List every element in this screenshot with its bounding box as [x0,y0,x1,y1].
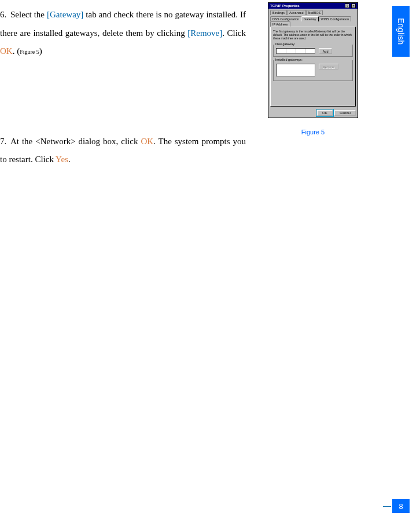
tab-wins[interactable]: WINS Configuration [319,16,352,21]
ok-ref-1: OK [0,46,13,56]
tab-row-1: Bindings Advanced NetBIOS [268,9,358,15]
tab-ip[interactable]: IP Address [270,21,290,27]
step-6-number: 6. [0,6,10,24]
installed-gateways-group: Installed gateways: Remove [273,60,353,81]
gateway-description: The first gateway in the Installed Gatew… [273,30,353,40]
tab-bindings[interactable]: Bindings [270,10,287,15]
language-tab: English [392,6,410,57]
new-gateway-group: New gateway: Add [273,45,353,57]
tcpip-properties-dialog: TCP/IP Properties ? × Bindings Advanced … [268,2,358,118]
tab-advanced[interactable]: Advanced [287,10,305,15]
installed-gateways-label: Installed gateways: [275,58,303,61]
remove-button[interactable]: Remove [319,64,338,69]
tab-dns[interactable]: DNS Configuration [270,16,301,21]
help-icon[interactable]: ? [345,3,349,8]
installed-gateways-list[interactable] [276,64,315,76]
close-icon[interactable]: × [351,3,356,8]
gateway-tab-ref: [Gateway] [47,10,83,19]
figure-caption: Figure 5 [268,129,358,136]
tab-row-2: DNS Configuration Gateway WINS Configura… [268,15,358,27]
figure-5: TCP/IP Properties ? × Bindings Advanced … [268,2,358,136]
page-number: 8 [392,499,410,513]
step-7: 7.At the <Network> dialog box, click OK.… [0,133,246,169]
dialog-title: TCP/IP Properties [270,4,300,8]
step-7-number: 7. [0,133,10,151]
remove-ref: [Remove] [187,28,222,38]
dialog-buttons: OK Cancel [268,108,358,118]
ok-ref-2: OK [141,137,153,146]
add-button[interactable]: Add [319,48,333,54]
dialog-titlebar: TCP/IP Properties ? × [268,3,358,9]
yes-ref: Yes [56,155,68,164]
gateway-tab-content: The first gateway in the Installed Gatew… [270,27,356,107]
new-gateway-label: New gateway: [275,42,296,46]
cancel-button[interactable]: Cancel [334,110,356,116]
figure-5-ref: Figure 5 [20,49,39,55]
tab-netbios[interactable]: NetBIOS [306,10,323,15]
tab-gateway[interactable]: Gateway [301,16,319,21]
new-gateway-input[interactable] [276,48,315,54]
ok-button[interactable]: OK [317,110,333,116]
step-6: 6.Select the [Gateway] tab and check the… [0,6,246,61]
